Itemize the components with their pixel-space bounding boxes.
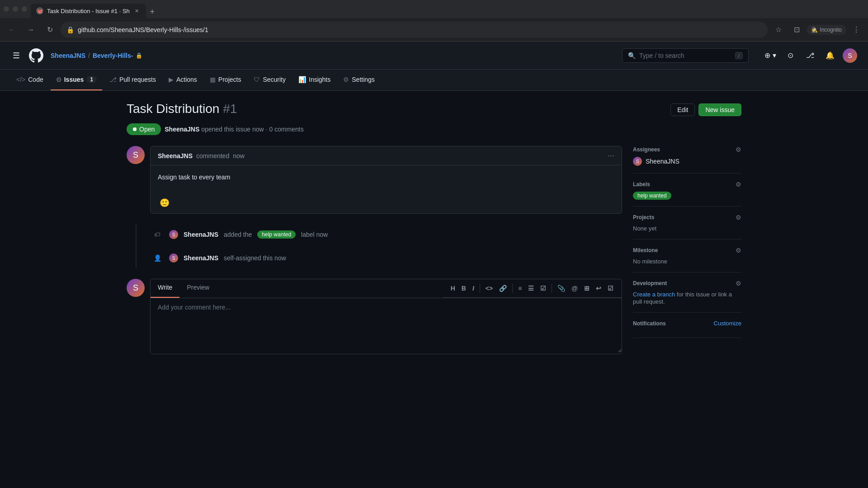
labels-header: Labels ⚙ [633, 181, 741, 188]
assignees-title: Assignees [633, 146, 660, 153]
minimize-window-button[interactable] [13, 6, 18, 12]
notifications-button[interactable]: 🔔 [823, 48, 837, 63]
nav-security[interactable]: 🛡 Security [248, 70, 291, 90]
toolbar-divider-1 [480, 284, 480, 293]
unordered-list-button[interactable]: ☰ [525, 283, 537, 294]
active-tab[interactable]: 🐙 Task Distribution - Issue #1 · Sh ✕ [31, 4, 146, 18]
redo-button[interactable]: ☑ [605, 283, 616, 294]
undo-button[interactable]: ↩ [593, 283, 604, 294]
user-avatar[interactable]: S [843, 48, 857, 63]
maximize-window-button[interactable] [22, 6, 27, 12]
labels-gear-icon[interactable]: ⚙ [736, 181, 741, 188]
activity-user-1[interactable]: SheenaJNS [184, 231, 218, 238]
edit-button[interactable]: Edit [670, 103, 695, 116]
attach-button[interactable]: 📎 [555, 283, 568, 294]
address-text: github.com/SheenaJNS/Beverly-Hills-/issu… [78, 26, 762, 33]
refresh-button[interactable]: ↻ [42, 22, 58, 38]
incognito-badge[interactable]: 🕵 Incognito [807, 25, 846, 35]
hamburger-menu-button[interactable]: ☰ [11, 49, 22, 62]
nav-settings[interactable]: ⚙ Settings [338, 70, 380, 90]
milestone-gear-icon[interactable]: ⚙ [736, 247, 741, 254]
nav-pull-requests[interactable]: ⎇ Pull requests [104, 70, 161, 90]
issue-author-name[interactable]: SheenaJNS [165, 126, 199, 133]
add-comment-box: Write Preview H B I <> 🔗 [150, 279, 622, 354]
window-controls [4, 6, 27, 12]
task-list-button[interactable]: ☑ [538, 283, 549, 294]
italic-button[interactable]: I [470, 283, 477, 294]
write-tab[interactable]: Write [151, 279, 179, 298]
close-window-button[interactable] [4, 6, 9, 12]
comment-author-name[interactable]: SheenaJNS [158, 152, 193, 160]
breadcrumb-user[interactable]: SheenaJNS [51, 52, 85, 59]
nav-projects[interactable]: ▦ Projects [204, 70, 247, 90]
security-icon: 🛡 [254, 76, 260, 83]
issue-author: SheenaJNS opened this issue now · 0 comm… [165, 126, 303, 133]
more-options-button[interactable]: ⋮ [848, 22, 864, 38]
split-view-button[interactable]: ⊡ [788, 22, 805, 38]
github-header: ☰ SheenaJNS / Beverly-Hills- 🔒 🔍 Type / … [0, 42, 868, 70]
close-tab-button[interactable]: ✕ [133, 7, 141, 14]
nav-issues[interactable]: ⊙ Issues 1 [51, 70, 102, 90]
customize-link[interactable]: Customize [714, 320, 741, 327]
issues-button[interactable]: ⊙ [783, 48, 797, 63]
development-value: Create a branch for this issue or link a… [633, 291, 732, 305]
issue-layout: S SheenaJNS commented now ··· A [127, 146, 741, 354]
nav-code[interactable]: </> Code [11, 70, 49, 90]
settings-icon: ⚙ [343, 76, 349, 83]
preview-tab[interactable]: Preview [179, 279, 217, 298]
issue-opened-text: opened this issue now · 0 comments [201, 126, 303, 133]
sidebar-assignees-section: Assignees ⚙ S SheenaJNS [633, 146, 741, 174]
code-block-button[interactable]: <> [483, 283, 495, 294]
insights-icon: 📊 [298, 76, 306, 83]
development-gear-icon[interactable]: ⚙ [736, 280, 741, 287]
nav-right-actions: ☆ ⊡ 🕵 Incognito ⋮ [770, 22, 864, 38]
incognito-icon: 🕵 [811, 27, 818, 33]
tab-title: Task Distribution - Issue #1 · Sh [47, 8, 130, 14]
development-header: Development ⚙ [633, 280, 741, 287]
nav-insights[interactable]: 📊 Insights [293, 70, 336, 90]
pr-icon: ⎇ [109, 76, 117, 83]
ordered-list-button[interactable]: ≡ [515, 283, 524, 294]
reference-button[interactable]: ⊞ [581, 283, 592, 294]
emoji-reaction-button[interactable]: 🙂 [158, 196, 171, 210]
heading-button[interactable]: H [448, 283, 458, 294]
github-search[interactable]: 🔍 Type / to search / [622, 48, 749, 63]
mention-button[interactable]: @ [569, 283, 580, 294]
create-branch-link[interactable]: Create a branch [633, 291, 675, 298]
issues-icon: ⊙ [56, 76, 61, 83]
comment-body: Assign task to every team [151, 165, 622, 192]
assignees-gear-icon[interactable]: ⚙ [736, 146, 741, 153]
assign-activity-icon: 👤 [151, 252, 164, 264]
bookmark-button[interactable]: ☆ [770, 22, 787, 38]
bold-button[interactable]: B [459, 283, 469, 294]
milestone-value: No milestone [633, 258, 667, 265]
projects-title: Projects [633, 214, 654, 221]
new-issue-button[interactable]: New issue [698, 103, 741, 116]
projects-gear-icon[interactable]: ⚙ [736, 214, 741, 221]
avatar-placeholder: S [843, 48, 857, 63]
search-keyboard-shortcut: / [735, 52, 743, 59]
comment-block: SheenaJNS commented now ··· Assign task … [150, 146, 622, 214]
new-tab-button[interactable]: + [146, 5, 159, 18]
milestone-title: Milestone [633, 247, 658, 253]
notifications-title: Notifications [633, 320, 666, 327]
projects-header: Projects ⚙ [633, 214, 741, 221]
create-button[interactable]: ⊕ ▾ [763, 48, 778, 63]
breadcrumb-repo[interactable]: Beverly-Hills- [93, 52, 133, 59]
help-wanted-label-sidebar[interactable]: help wanted [633, 192, 671, 200]
comment-textarea[interactable] [151, 298, 622, 352]
assignees-header: Assignees ⚙ [633, 146, 741, 153]
forward-button[interactable]: → [23, 22, 39, 38]
back-button[interactable]: ← [4, 22, 20, 38]
assignee-name[interactable]: SheenaJNS [646, 158, 679, 165]
activity-user-2[interactable]: SheenaJNS [184, 254, 218, 262]
link-button[interactable]: 🔗 [496, 283, 509, 294]
issue-sidebar: Assignees ⚙ S SheenaJNS Labels ⚙ [633, 146, 741, 354]
issue-title-row: Task Distribution #1 Edit New issue [127, 102, 741, 116]
activity-text-2: self-assigned this now [224, 254, 286, 262]
comment-options-button[interactable]: ··· [608, 151, 614, 160]
nav-actions[interactable]: ▶ Actions [163, 70, 203, 90]
assignee-item: S SheenaJNS [633, 157, 741, 166]
pull-requests-button[interactable]: ⎇ [803, 48, 817, 63]
address-bar[interactable]: 🔒 github.com/SheenaJNS/Beverly-Hills-/is… [61, 22, 768, 38]
